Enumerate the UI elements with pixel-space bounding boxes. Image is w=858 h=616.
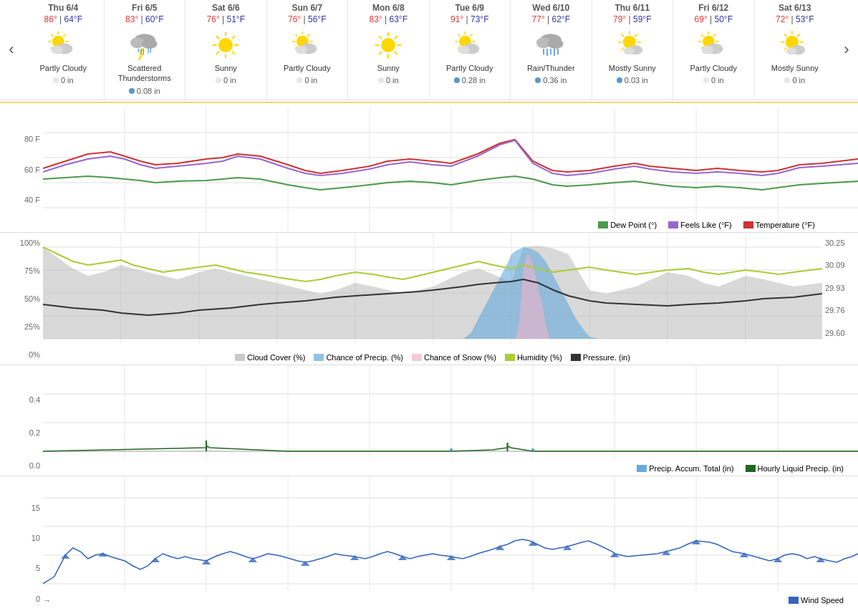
temp-low-8: 50°F	[714, 14, 732, 24]
day-precip-3: 0 in	[269, 76, 347, 85]
precip-legend: Cloud Cover (%) Chance of Precip. (%) Ch…	[43, 353, 822, 362]
day-condition-6: Rain/Thunder	[512, 63, 590, 73]
day-col-3[interactable]: Sun 6/7 76° | 56°F Partly Cloudy 0 in	[267, 0, 349, 100]
day-condition-3: Partly Cloudy	[269, 63, 347, 73]
day-temps-7: 79° | 59°F	[594, 14, 672, 24]
day-icon-1	[106, 27, 184, 63]
day-temps-3: 76° | 56°F	[269, 14, 347, 24]
temperature-chart-section: 80 F 60 F 40 F	[0, 107, 858, 233]
svg-line-24	[232, 52, 235, 54]
day-temps-0: 86° | 64°F	[24, 14, 102, 24]
day-precip-5: 0.28 in	[431, 76, 509, 85]
day-temps-1: 83° | 60°F	[106, 14, 184, 24]
svg-line-59	[470, 34, 472, 37]
svg-line-30	[232, 36, 235, 39]
svg-line-50	[395, 36, 397, 39]
day-icon-2	[187, 27, 265, 63]
svg-point-42	[381, 38, 395, 52]
svg-line-6	[52, 34, 54, 37]
day-icon-4	[350, 27, 428, 63]
svg-point-148	[450, 448, 453, 451]
temp-low-4: 63°F	[389, 14, 407, 24]
svg-line-98	[784, 34, 786, 37]
temp-high-0: 86°	[44, 14, 57, 24]
svg-line-100	[797, 34, 800, 37]
accum-legend: Precip. Accum. Total (in) Hourly Liquid …	[637, 464, 844, 473]
day-col-1[interactable]: Fri 6/5 83° | 60°F Scattered Thunderstor…	[105, 0, 186, 100]
day-icon-6	[512, 27, 590, 63]
day-condition-0: Partly Cloudy	[24, 63, 102, 73]
day-name-8: Fri 6/12	[675, 3, 753, 13]
day-condition-5: Partly Cloudy	[431, 63, 509, 73]
svg-marker-165	[151, 557, 160, 562]
precip-chart-section: 100% 75% 50% 25% 0% 30.25 30.09 29.93 29…	[0, 233, 858, 365]
accum-chart-svg	[43, 365, 858, 476]
wind-arrow-indicator: →	[43, 596, 51, 605]
svg-marker-130	[43, 246, 822, 339]
wind-y-axis: 15 10 5 0	[0, 476, 43, 609]
day-temps-4: 83° | 63°F	[350, 14, 428, 24]
temp-high-9: 72°	[776, 14, 789, 24]
temp-high-5: 91°	[450, 14, 463, 24]
svg-line-48	[379, 36, 382, 39]
day-icon-3	[269, 27, 347, 63]
day-col-7[interactable]: Thu 6/11 79° | 59°F Mostly Sunny 0.03 in	[592, 0, 674, 100]
temp-low-7: 59°F	[633, 14, 651, 24]
svg-line-44	[395, 52, 397, 54]
svg-line-96	[784, 47, 786, 50]
wind-chart-section: 15 10 5 0	[0, 476, 858, 609]
svg-line-26	[216, 52, 219, 54]
temp-low-3: 56°F	[308, 14, 326, 24]
day-col-4[interactable]: Mon 6/8 83° | 63°F Sunny 0 in	[348, 0, 430, 100]
day-condition-4: Sunny	[350, 63, 428, 73]
day-name-2: Sat 6/6	[187, 3, 265, 13]
wind-legend: Wind Speed	[789, 596, 844, 605]
svg-line-46	[379, 52, 382, 54]
day-icon-7	[594, 27, 672, 63]
prev-nav-button[interactable]: ‹	[0, 0, 23, 100]
day-temps-8: 69° | 50°F	[675, 14, 753, 24]
day-col-9[interactable]: Sat 6/13 72° | 53°F Mostly Sunny 0 in	[755, 0, 836, 100]
day-col-0[interactable]: Thu 6/4 86° | 64°F Partly Cloudy 0 in	[23, 0, 105, 100]
temp-high-2: 76°	[207, 14, 220, 24]
day-name-1: Fri 6/5	[106, 3, 184, 13]
temp-high-3: 76°	[288, 14, 301, 24]
day-header-row: ‹ Thu 6/4 86° | 64°F Partly Cloudy 0 in …	[0, 0, 858, 100]
svg-point-149	[531, 448, 534, 451]
svg-point-91	[702, 46, 714, 54]
temp-low-2: 51°F	[226, 14, 244, 24]
precip-chart-area	[43, 233, 822, 365]
next-nav-button[interactable]: ›	[835, 0, 858, 100]
svg-point-80	[623, 47, 634, 54]
day-col-2[interactable]: Sat 6/6 76° | 51°F Sunny 0 in	[185, 0, 267, 100]
svg-line-57	[458, 34, 460, 37]
svg-point-10	[52, 46, 64, 54]
svg-line-74	[621, 47, 624, 50]
svg-line-89	[714, 34, 716, 37]
day-name-7: Thu 6/11	[594, 3, 672, 13]
wind-chart-svg	[43, 476, 858, 609]
svg-point-13	[142, 39, 158, 49]
day-col-6[interactable]: Wed 6/10 77° | 62°F Rain/Thunder 0.36 in	[511, 0, 592, 100]
precip-y-axis-left: 100% 75% 50% 25% 0%	[0, 233, 43, 365]
svg-point-22	[218, 38, 233, 52]
day-icon-9	[756, 27, 834, 63]
day-precip-9: 0 in	[756, 76, 834, 85]
day-col-5[interactable]: Tue 6/9 91° | 73°F Partly Cloudy 0.28 in	[430, 0, 511, 100]
temp-low-6: 62°F	[551, 14, 569, 24]
day-icon-8	[675, 27, 753, 63]
dot-row	[0, 100, 858, 107]
temp-high-1: 83°	[125, 14, 138, 24]
day-name-0: Thu 6/4	[24, 3, 102, 13]
svg-point-41	[295, 46, 307, 54]
day-temps-5: 91° | 73°F	[431, 14, 509, 24]
day-col-8[interactable]: Fri 6/12 69° | 50°F Partly Cloudy 0 in	[673, 0, 755, 100]
temp-high-7: 79°	[613, 14, 626, 24]
svg-point-61	[458, 46, 470, 54]
temp-chart-svg	[43, 107, 858, 233]
temp-high-4: 83°	[370, 14, 382, 24]
svg-line-39	[307, 34, 309, 37]
temp-legend: Dew Point (°) Feels Like (°F) Temperatur…	[598, 221, 815, 229]
accum-chart-section: 0.4 0.2 0.0	[0, 365, 858, 476]
day-condition-8: Partly Cloudy	[675, 63, 753, 73]
